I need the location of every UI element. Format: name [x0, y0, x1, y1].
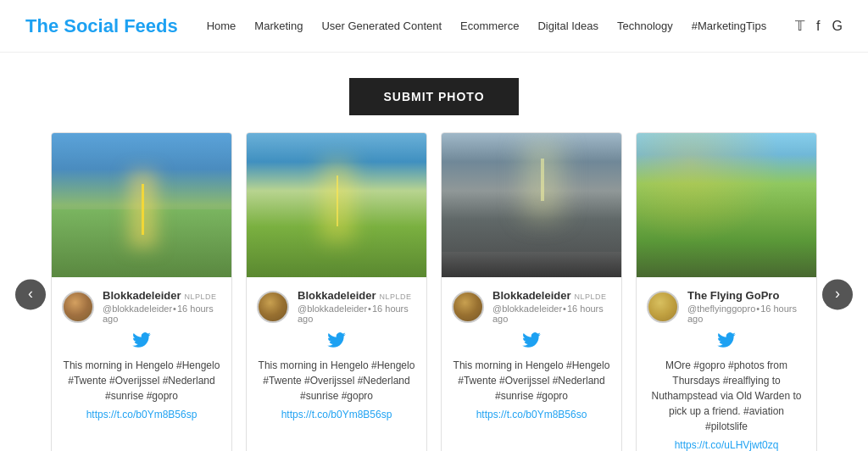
nav-item-technology[interactable]: Technology — [617, 19, 673, 32]
user-name-row-2: Blokkadeleider NLPLDE — [298, 289, 416, 302]
user-handle-3: @blokkadeleider — [492, 303, 562, 314]
logo-plain: The — [25, 15, 64, 36]
twitter-bird-icon-3 — [522, 331, 541, 352]
photo-card-1: Blokkadeleider NLPLDE @blokkadeleider•16… — [51, 132, 232, 451]
user-name-row-4: The Flying GoPro — [687, 289, 806, 302]
separator-4: • — [756, 303, 760, 314]
card-link-1[interactable]: https://t.co/b0Ym8B56sp — [62, 409, 221, 420]
separator-3: • — [563, 303, 566, 314]
card-body-4: The Flying GoPro @theflyinggopro•16 hour… — [637, 277, 816, 451]
avatar-4 — [647, 291, 679, 323]
user-name-4: The Flying GoPro — [687, 289, 779, 302]
photo-card-2: Blokkadeleider NLPLDE @blokkadeleider•16… — [246, 132, 427, 451]
twitter-bird-icon-2 — [327, 331, 346, 352]
twitter-icon-row-1 — [62, 331, 221, 353]
card-link-4[interactable]: https://t.co/uLHVjwt0zq — [647, 439, 806, 451]
card-link-3[interactable]: https://t.co/b0Ym8B56so — [452, 409, 611, 420]
user-badge-3: NLPLDE — [575, 292, 607, 301]
social-icon-twitter[interactable]: 𝕋 — [795, 18, 804, 34]
card-image-1 — [52, 133, 231, 277]
user-info-4: The Flying GoPro @theflyinggopro•16 hour… — [687, 289, 806, 324]
social-icon-facebook[interactable]: f — [816, 19, 820, 34]
card-body-2: Blokkadeleider NLPLDE @blokkadeleider•16… — [247, 277, 426, 431]
card-link-2[interactable]: https://t.co/b0Ym8B56sp — [257, 409, 416, 420]
user-handle-time-3: @blokkadeleider•16 hours ago — [492, 303, 611, 324]
user-info-3: Blokkadeleider NLPLDE @blokkadeleider•16… — [492, 289, 611, 324]
cards-container: Blokkadeleider NLPLDE @blokkadeleider•16… — [51, 132, 817, 451]
user-row-3: Blokkadeleider NLPLDE @blokkadeleider•16… — [452, 289, 611, 324]
user-name-1: Blokkadeleider — [103, 289, 181, 302]
user-handle-time-4: @theflyinggopro•16 hours ago — [687, 303, 806, 324]
twitter-bird-icon-4 — [717, 331, 736, 352]
avatar-1 — [62, 291, 94, 323]
separator-2: • — [368, 303, 371, 314]
twitter-icon-row-3 — [452, 331, 611, 353]
twitter-icon-row-2 — [257, 331, 416, 353]
user-handle-time-2: @blokkadeleider•16 hours ago — [298, 303, 416, 324]
user-badge-1: NLPLDE — [185, 292, 217, 301]
card-text-3: This morning in Hengelo #Hengelo #Twente… — [452, 358, 611, 404]
user-handle-time-1: @blokkadeleider•16 hours ago — [103, 303, 221, 324]
card-image-3 — [442, 133, 621, 277]
nav-item-ecommerce[interactable]: Ecommerce — [460, 19, 519, 32]
user-badge-2: NLPLDE — [380, 292, 412, 301]
twitter-icon-row-4 — [647, 331, 806, 353]
card-text-4: MOre #gopro #photos from Thursdays #real… — [647, 358, 806, 434]
user-handle-4: @theflyinggopro — [687, 303, 755, 314]
user-handle-2: @blokkadeleider — [298, 303, 367, 314]
carousel-prev-button[interactable]: ‹ — [15, 279, 46, 309]
submit-area: SUBMIT PHOTO — [0, 53, 868, 132]
submit-photo-button[interactable]: SUBMIT PHOTO — [349, 78, 518, 115]
nav-item-marketing-tips[interactable]: #MarketingTips — [692, 19, 766, 32]
user-row-2: Blokkadeleider NLPLDE @blokkadeleider•16… — [257, 289, 416, 324]
user-name-3: Blokkadeleider — [492, 289, 571, 302]
nav-item-digital-ideas[interactable]: Digital Ideas — [537, 19, 598, 32]
card-image-2 — [247, 133, 426, 277]
social-icon-google[interactable]: G — [832, 19, 843, 34]
carousel-next-button[interactable]: › — [822, 279, 853, 309]
user-name-2: Blokkadeleider — [298, 289, 376, 302]
card-image-4 — [637, 133, 816, 277]
user-row-4: The Flying GoPro @theflyinggopro•16 hour… — [647, 289, 806, 324]
avatar-3 — [452, 291, 484, 323]
user-info-2: Blokkadeleider NLPLDE @blokkadeleider•16… — [298, 289, 416, 324]
separator-1: • — [173, 303, 176, 314]
avatar-2 — [257, 291, 289, 323]
social-icons-group: 𝕋fG — [795, 18, 843, 34]
nav-item-marketing[interactable]: Marketing — [254, 19, 303, 32]
card-body-3: Blokkadeleider NLPLDE @blokkadeleider•16… — [442, 277, 621, 431]
user-name-row-1: Blokkadeleider NLPLDE — [103, 289, 221, 302]
card-text-1: This morning in Hengelo #Hengelo #Twente… — [62, 358, 221, 404]
site-logo[interactable]: The Social Feeds — [25, 15, 178, 37]
user-info-1: Blokkadeleider NLPLDE @blokkadeleider•16… — [103, 289, 221, 324]
nav-item-ugc[interactable]: User Generated Content — [321, 19, 442, 32]
photo-card-4: The Flying GoPro @theflyinggopro•16 hour… — [636, 132, 817, 451]
user-row-1: Blokkadeleider NLPLDE @blokkadeleider•16… — [62, 289, 221, 324]
logo-bold: Social Feeds — [64, 15, 178, 36]
header: The Social Feeds HomeMarketingUser Gener… — [0, 0, 868, 53]
user-handle-1: @blokkadeleider — [103, 303, 172, 314]
card-text-2: This morning in Hengelo #Hengelo #Twente… — [257, 358, 416, 404]
twitter-bird-icon-1 — [132, 331, 151, 352]
photo-carousel: ‹ Blokkadeleider NLPLDE @blokkadeleider•… — [0, 132, 868, 451]
user-name-row-3: Blokkadeleider NLPLDE — [492, 289, 611, 302]
card-body-1: Blokkadeleider NLPLDE @blokkadeleider•16… — [52, 277, 231, 431]
main-nav: HomeMarketingUser Generated ContentEcomm… — [207, 19, 766, 32]
photo-card-3: Blokkadeleider NLPLDE @blokkadeleider•16… — [441, 132, 622, 451]
nav-item-home[interactable]: Home — [207, 19, 236, 32]
